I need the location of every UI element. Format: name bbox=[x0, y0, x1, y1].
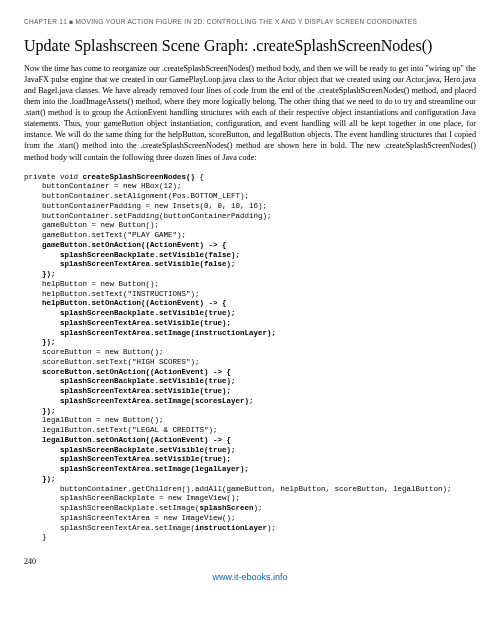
section-title: Update Splashscreen Scene Graph: .create… bbox=[24, 37, 476, 55]
footer-link[interactable]: www.it-ebooks.info bbox=[24, 572, 476, 582]
body-paragraph: Now the time has come to reorganize our … bbox=[24, 63, 476, 163]
page-number: 240 bbox=[24, 557, 476, 566]
chapter-header: CHAPTER 11 ■ MOVING YOUR ACTION FIGURE I… bbox=[24, 18, 476, 25]
code-block: private void createSplashScreenNodes() {… bbox=[24, 173, 476, 544]
